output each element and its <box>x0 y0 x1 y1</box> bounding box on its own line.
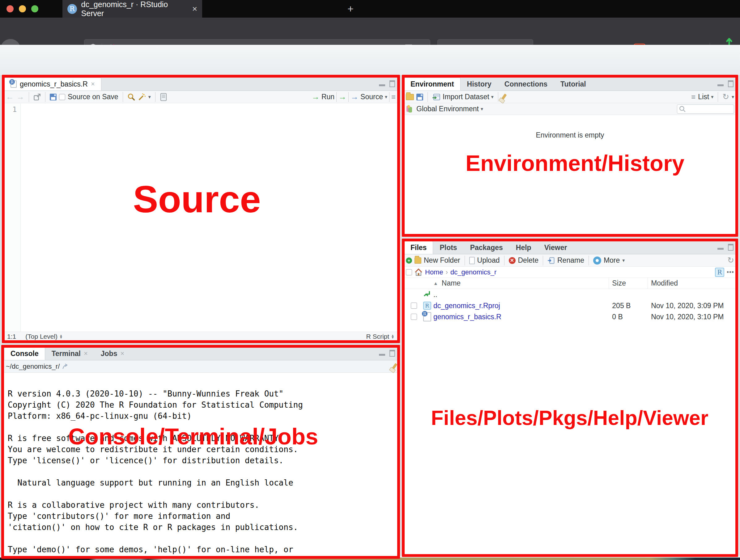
list-view-icon: ≡ <box>691 93 696 101</box>
window-minimize-button[interactable] <box>19 5 26 12</box>
import-dataset-button[interactable]: Import Dataset ▾ <box>443 93 494 101</box>
list-view-selector[interactable]: ≡ List ▾ <box>691 93 714 101</box>
maximize-pane-button[interactable] <box>389 350 395 357</box>
minimize-pane-button[interactable] <box>379 81 385 86</box>
tab-tutorial[interactable]: Tutorial <box>554 78 592 91</box>
working-directory: ~/dc_genomics_r/ <box>6 363 60 371</box>
save-workspace-icon[interactable] <box>417 94 423 100</box>
compile-notebook-icon[interactable] <box>160 93 167 101</box>
minimize-pane-button[interactable] <box>718 81 724 86</box>
maximize-pane-button[interactable] <box>389 80 395 87</box>
rstudio-favicon: R <box>67 4 77 14</box>
tab-help[interactable]: Help <box>510 241 538 254</box>
refresh-caret[interactable]: ▾ <box>732 94 734 100</box>
source-label: Source <box>360 93 383 101</box>
file-checkbox[interactable] <box>411 314 417 320</box>
load-workspace-icon[interactable] <box>406 94 414 100</box>
maximize-pane-button[interactable] <box>728 244 734 251</box>
open-in-window-icon[interactable] <box>33 93 41 101</box>
tab-close-icon[interactable]: × <box>192 4 197 14</box>
clear-console-icon[interactable] <box>391 363 397 370</box>
file-row-rproj[interactable]: R dc_genomics_r.Rproj 205 B Nov 10, 2020… <box>403 300 737 311</box>
rename-button[interactable]: Rename <box>547 256 584 265</box>
path-overflow-button[interactable]: ••• <box>727 269 734 276</box>
document-outline-icon[interactable]: ≡ <box>391 93 396 101</box>
rstudio-header: R File Edit Code View Plots Session Buil… <box>0 45 740 76</box>
file-row-rscript[interactable]: genomics_r_basics.R 0 B Nov 10, 2020, 3:… <box>403 311 737 322</box>
tab-terminal[interactable]: Terminal× <box>45 347 94 360</box>
files-header-row: ▲ Name Size Modified <box>403 278 737 289</box>
scope-selector[interactable]: (Top Level) ▲▼ <box>25 333 63 340</box>
goto-directory-icon[interactable] <box>62 363 69 370</box>
tab-jobs[interactable]: Jobs× <box>94 347 131 360</box>
console-line: Copyright (C) 2020 The R Foundation for … <box>8 400 399 411</box>
tab-files[interactable]: Files <box>404 241 433 254</box>
source-on-save-checkbox[interactable] <box>59 94 65 100</box>
wand-caret[interactable]: ▾ <box>149 94 151 100</box>
tab-environment[interactable]: Environment <box>404 78 461 91</box>
run-button[interactable]: → Run <box>311 92 335 102</box>
find-replace-icon[interactable] <box>127 93 135 101</box>
refresh-files-icon[interactable]: ↻ <box>727 256 734 265</box>
more-button[interactable]: More ▾ <box>593 256 625 265</box>
breadcrumb-project[interactable]: dc_genomics_r <box>450 268 496 276</box>
new-tab-button[interactable]: + <box>344 2 357 15</box>
nav-forward-icon[interactable]: → <box>16 92 24 102</box>
file-name[interactable]: .. <box>433 290 437 299</box>
window-close-button[interactable] <box>6 5 14 12</box>
console-line: Type 'demo()' for some demos, 'help()' f… <box>8 545 399 556</box>
jobs-close-icon[interactable]: × <box>120 350 124 358</box>
minimize-pane-button[interactable] <box>379 351 385 356</box>
clear-environment-icon[interactable] <box>501 93 506 100</box>
column-size[interactable]: Size <box>609 278 648 289</box>
maximize-pane-button[interactable] <box>728 80 734 87</box>
run-label: Run <box>321 93 335 101</box>
rerun-icon[interactable]: → <box>339 92 347 102</box>
tab-history[interactable]: History <box>461 78 498 91</box>
file-checkbox[interactable] <box>411 302 417 309</box>
console-output[interactable]: R version 4.0.3 (2020-10-10) -- "Bunny-W… <box>3 385 399 558</box>
refresh-environment-icon[interactable]: ↻ <box>722 92 729 102</box>
nav-back-icon[interactable]: ← <box>6 92 14 102</box>
save-source-button[interactable] <box>50 94 57 100</box>
code-tools-wand-icon[interactable] <box>138 93 146 101</box>
source-tab-close-icon[interactable]: × <box>91 80 95 88</box>
source-button[interactable]: → Source ▾ <box>351 92 387 102</box>
browser-tab[interactable]: R dc_genomics_r · RStudio Server × <box>63 0 202 18</box>
source-file-tab[interactable]: genomics_r_basics.R × <box>4 78 101 91</box>
breadcrumb-home[interactable]: Home <box>425 268 443 276</box>
column-name[interactable]: ▲ Name <box>433 279 609 287</box>
console-line <box>8 489 399 500</box>
delete-button[interactable]: ✕ Delete <box>509 256 539 265</box>
source-pane: genomics_r_basics.R × ← → Source on Save… <box>2 76 399 341</box>
tab-console[interactable]: Console <box>4 347 45 360</box>
minimize-pane-button[interactable] <box>718 245 724 250</box>
terminal-close-icon[interactable]: × <box>84 350 88 358</box>
breadcrumb-separator: › <box>446 268 448 276</box>
filetype-selector[interactable]: R Script ▲▼ <box>366 333 394 340</box>
upload-button[interactable]: Upload <box>469 256 500 265</box>
tab-viewer[interactable]: Viewer <box>538 241 574 254</box>
environment-scope-selector[interactable]: Global Environment ▾ <box>417 105 483 113</box>
file-name[interactable]: dc_genomics_r.Rproj <box>433 302 500 310</box>
file-name[interactable]: genomics_r_basics.R <box>433 313 501 321</box>
window-zoom-button[interactable] <box>31 5 38 12</box>
select-all-checkbox[interactable] <box>406 269 412 275</box>
editor-area[interactable] <box>21 103 399 332</box>
environment-search-box[interactable] <box>677 104 734 114</box>
r-script-file-icon <box>423 312 431 321</box>
line-number: 1 <box>12 105 17 113</box>
tab-packages[interactable]: Packages <box>464 241 510 254</box>
file-row-up[interactable]: .. <box>403 289 737 300</box>
import-dataset-icon[interactable] <box>432 93 440 101</box>
tab-connections[interactable]: Connections <box>498 78 554 91</box>
tab-plots[interactable]: Plots <box>433 241 463 254</box>
console-line: R is a collaborative project with many c… <box>8 500 399 511</box>
console-line: R version 4.0.3 (2020-10-10) -- "Bunny-W… <box>8 389 399 400</box>
desktop-strip <box>0 558 740 560</box>
new-folder-button[interactable]: + New Folder <box>406 256 460 265</box>
column-modified[interactable]: Modified <box>648 278 737 289</box>
console-line: Type 'contributors()' for more informati… <box>8 511 399 523</box>
console-line: R is free software and comes with ABSOLU… <box>8 434 399 445</box>
tab-title: dc_genomics_r · RStudio Server <box>81 0 188 18</box>
